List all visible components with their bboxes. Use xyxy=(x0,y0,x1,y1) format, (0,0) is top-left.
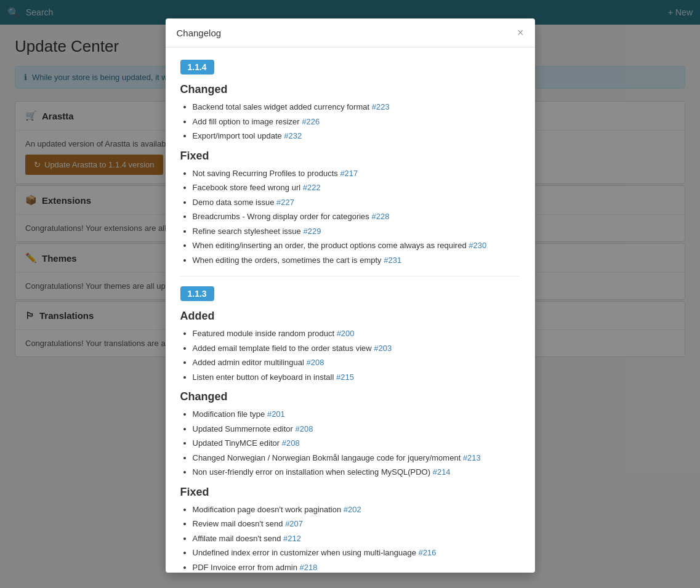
list-item: Added email template field to the order … xyxy=(193,342,520,355)
modal-overlay[interactable]: Changelog × 1.1.4ChangedBackend total sa… xyxy=(0,0,700,588)
issue-link[interactable]: #232 xyxy=(284,131,302,140)
issue-link[interactable]: #223 xyxy=(372,102,390,111)
list-item: Backend total sales widget added currenc… xyxy=(193,101,520,113)
issue-link[interactable]: #208 xyxy=(295,424,313,433)
changelog-section-heading: Changed xyxy=(180,390,520,403)
list-item: Added admin editor multilingual #208 xyxy=(193,356,520,369)
list-item: Affilate mail doesn't send #212 xyxy=(193,533,520,545)
issue-link[interactable]: #228 xyxy=(371,212,389,221)
page-background: Update Center ℹ While your store is bein… xyxy=(0,25,700,588)
changelog-list: Backend total sales widget added currenc… xyxy=(180,101,520,142)
issue-link[interactable]: #217 xyxy=(340,169,358,178)
modal-header: Changelog × xyxy=(166,18,535,47)
list-item: Facebook store feed wrong url #222 xyxy=(193,182,520,194)
changelog-section-heading: Fixed xyxy=(180,486,520,499)
list-item: When editing the orders, sometimes the c… xyxy=(193,254,520,267)
issue-link[interactable]: #213 xyxy=(463,453,481,462)
issue-link[interactable]: #201 xyxy=(267,409,285,419)
changelog-list: Modification file type #201Updated Summe… xyxy=(180,408,520,478)
issue-link[interactable]: #230 xyxy=(469,241,486,250)
changelog-section-heading: Added xyxy=(180,310,520,323)
list-item: Undefined index error in customizer when… xyxy=(193,547,520,559)
list-item: Export/import tool update #232 xyxy=(193,130,520,142)
list-item: When editing/inserting an order, the pro… xyxy=(193,240,520,252)
issue-link[interactable]: #203 xyxy=(374,344,392,353)
list-item: Modification page doesn't work paginatio… xyxy=(193,504,520,516)
issue-link[interactable]: #202 xyxy=(344,505,361,514)
issue-link[interactable]: #207 xyxy=(285,519,303,528)
list-item: Listen enter button of keyboard in insta… xyxy=(193,371,520,384)
issue-link[interactable]: #222 xyxy=(303,183,321,192)
changelog-section-heading: Fixed xyxy=(180,150,520,163)
issue-link[interactable]: #231 xyxy=(384,256,401,265)
list-item: Featured module inside random product #2… xyxy=(193,328,520,340)
list-item: Updated Summernote editor #208 xyxy=(193,423,520,435)
issue-link[interactable]: #208 xyxy=(282,438,300,448)
modal-body[interactable]: 1.1.4ChangedBackend total sales widget a… xyxy=(166,47,535,573)
issue-link[interactable]: #227 xyxy=(276,198,294,207)
changelog-modal: Changelog × 1.1.4ChangedBackend total sa… xyxy=(166,18,535,573)
issue-link[interactable]: #200 xyxy=(337,329,355,338)
list-item: PDF Invoice error from admin #218 xyxy=(193,562,520,573)
list-item: Add fill option to image resizer #226 xyxy=(193,116,520,128)
list-item: Demo data some issue #227 xyxy=(193,196,520,209)
list-item: Updated TinyMCE editor #208 xyxy=(193,437,520,449)
issue-link[interactable]: #218 xyxy=(300,563,318,572)
changelog-list: Modification page doesn't work paginatio… xyxy=(180,504,520,573)
list-item: Not saving Recurring Profiles to product… xyxy=(193,167,520,180)
modal-title: Changelog xyxy=(177,28,222,38)
issue-link[interactable]: #216 xyxy=(419,548,436,557)
issue-link[interactable]: #208 xyxy=(307,358,324,367)
list-item: Breadcrumbs - Wrong display order for ca… xyxy=(193,211,520,223)
list-item: Changed Norwegian / Norwegian Bokmål lan… xyxy=(193,452,520,464)
modal-close-button[interactable]: × xyxy=(517,27,524,38)
changelog-list: Not saving Recurring Profiles to product… xyxy=(180,167,520,267)
version-divider xyxy=(180,276,520,276)
issue-link[interactable]: #229 xyxy=(303,227,321,236)
list-item: Refine search stylesheet issue #229 xyxy=(193,225,520,238)
changelog-list: Featured module inside random product #2… xyxy=(180,328,520,383)
issue-link[interactable]: #212 xyxy=(283,534,301,543)
list-item: Non user-friendly error on installation … xyxy=(193,466,520,478)
issue-link[interactable]: #214 xyxy=(433,467,451,477)
issue-link[interactable]: #226 xyxy=(302,117,320,126)
version-badge: 1.1.3 xyxy=(180,286,214,301)
list-item: Modification file type #201 xyxy=(193,408,520,421)
issue-link[interactable]: #215 xyxy=(336,373,354,382)
list-item: Review mail doesn't send #207 xyxy=(193,518,520,530)
version-badge: 1.1.4 xyxy=(180,60,214,75)
changelog-section-heading: Changed xyxy=(180,83,520,96)
